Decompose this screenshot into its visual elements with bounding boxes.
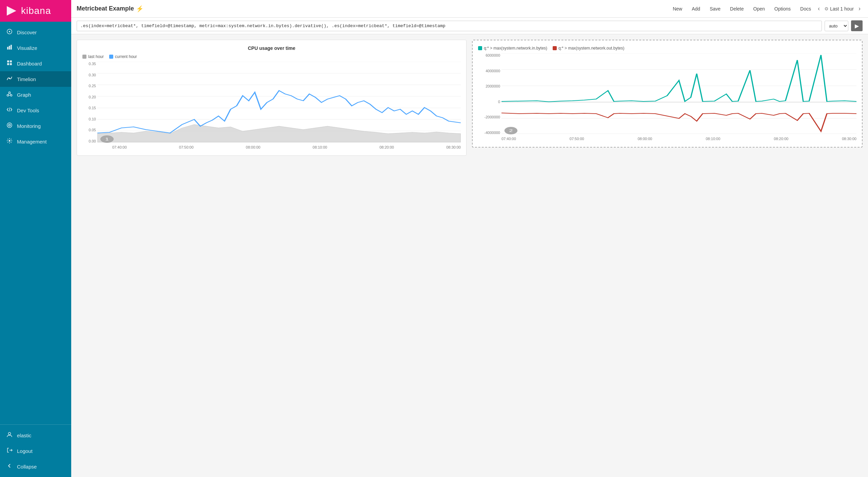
cpu-chart-title: CPU usage over time bbox=[82, 45, 461, 51]
legend-label-current-hour: current hour bbox=[115, 54, 137, 59]
svg-line-15 bbox=[8, 93, 9, 95]
sidebar-logo: kibana bbox=[0, 0, 71, 22]
legend-label-network-out: q:* > max(system.network.out.bytes) bbox=[558, 46, 624, 51]
sidebar-nav: Discover Visualize Dashboard Timelion Gr… bbox=[0, 22, 71, 424]
management-label: Management bbox=[17, 139, 47, 145]
svg-rect-9 bbox=[7, 63, 9, 65]
kibana-logo-text: kibana bbox=[21, 5, 51, 16]
network-y-axis: 6000000 4000000 2000000 0 -2000000 -4000… bbox=[478, 53, 500, 141]
user-label: elastic bbox=[17, 433, 32, 438]
monitoring-icon bbox=[6, 122, 13, 130]
network-chart-legend: q:* > max(system.network.in.bytes) q:* >… bbox=[478, 46, 856, 51]
prev-button[interactable]: ‹ bbox=[816, 2, 822, 15]
dashboard-label: Dashboard bbox=[17, 61, 42, 66]
main-area: Metricbeat Example ⚡ New Add Save Delete… bbox=[71, 0, 868, 477]
logout-icon bbox=[6, 447, 13, 455]
page-title: Metricbeat Example ⚡ bbox=[77, 5, 143, 13]
svg-rect-10 bbox=[10, 63, 12, 65]
open-button[interactable]: Open bbox=[749, 3, 770, 14]
svg-point-12 bbox=[9, 92, 11, 94]
dashboard-icon bbox=[6, 60, 13, 67]
sidebar-item-management[interactable]: Management bbox=[0, 134, 71, 149]
svg-point-23 bbox=[8, 433, 11, 435]
legend-dot-red bbox=[553, 46, 557, 50]
add-button[interactable]: Add bbox=[687, 3, 705, 14]
sidebar-item-user[interactable]: elastic bbox=[0, 427, 71, 443]
sidebar-item-discover[interactable]: Discover bbox=[0, 24, 71, 40]
query-input[interactable] bbox=[77, 21, 822, 31]
svg-line-16 bbox=[10, 93, 11, 95]
network-chart-area: 2 07:40:00 07:50:00 08:00:00 08:10:00 08… bbox=[501, 53, 856, 141]
svg-text:2: 2 bbox=[509, 129, 513, 133]
save-button[interactable]: Save bbox=[705, 3, 725, 14]
title-text: Metricbeat Example bbox=[77, 5, 134, 12]
sidebar-item-dashboard[interactable]: Dashboard bbox=[0, 56, 71, 71]
cpu-chart-panel: CPU usage over time last hour current ho… bbox=[77, 40, 467, 156]
cpu-y-axis: 0.35 0.30 0.25 0.20 0.15 0.10 0.05 0.00 bbox=[82, 62, 96, 150]
visualize-icon bbox=[6, 44, 13, 52]
cpu-chart-area: 1 07:40:00 07:50:00 08:00:00 08:10:00 08… bbox=[97, 62, 461, 150]
devtools-label: Dev Tools bbox=[17, 108, 39, 113]
bolt-icon: ⚡ bbox=[136, 5, 143, 13]
legend-last-hour: last hour bbox=[82, 54, 104, 59]
legend-label-last-hour: last hour bbox=[88, 54, 104, 59]
sidebar-item-logout[interactable]: Logout bbox=[0, 443, 71, 459]
visualize-label: Visualize bbox=[17, 45, 37, 51]
legend-dot-gray bbox=[82, 55, 86, 59]
graph-icon bbox=[6, 91, 13, 98]
legend-current-hour: current hour bbox=[109, 54, 137, 59]
collapse-label: Collapse bbox=[17, 464, 37, 470]
sidebar-item-graph[interactable]: Graph bbox=[0, 87, 71, 102]
cpu-chart-svg: 1 bbox=[97, 62, 461, 143]
run-button[interactable]: ▶ bbox=[851, 20, 863, 31]
interval-select[interactable]: auto bbox=[825, 21, 848, 31]
monitoring-label: Monitoring bbox=[17, 123, 41, 129]
timelion-label: Timelion bbox=[17, 76, 36, 82]
cpu-x-axis: 07:40:00 07:50:00 08:00:00 08:10:00 08:2… bbox=[97, 145, 461, 149]
sidebar-item-monitoring[interactable]: Monitoring bbox=[0, 118, 71, 134]
sidebar-item-collapse[interactable]: Collapse bbox=[0, 459, 71, 474]
svg-point-11 bbox=[9, 78, 10, 79]
svg-rect-4 bbox=[7, 47, 8, 50]
svg-point-21 bbox=[9, 125, 10, 126]
timelion-icon bbox=[6, 75, 13, 83]
network-x-axis: 07:40:00 07:50:00 08:00:00 08:10:00 08:2… bbox=[501, 137, 856, 141]
cpu-chart-legend: last hour current hour bbox=[82, 54, 461, 59]
sidebar-item-devtools[interactable]: Dev Tools bbox=[0, 102, 71, 118]
graph-label: Graph bbox=[17, 92, 31, 98]
topbar: Metricbeat Example ⚡ New Add Save Delete… bbox=[71, 0, 868, 18]
sidebar-bottom: elastic Logout Collapse bbox=[0, 424, 71, 477]
svg-rect-7 bbox=[7, 60, 9, 62]
sidebar-item-timelion[interactable]: Timelion bbox=[0, 71, 71, 87]
svg-text:1: 1 bbox=[105, 137, 109, 141]
clock-icon: ⊙ bbox=[825, 6, 828, 11]
svg-rect-5 bbox=[9, 46, 10, 50]
svg-point-13 bbox=[7, 95, 9, 96]
logout-label: Logout bbox=[17, 448, 33, 454]
svg-point-3 bbox=[9, 31, 10, 32]
options-button[interactable]: Options bbox=[770, 3, 795, 14]
new-button[interactable]: New bbox=[668, 3, 687, 14]
collapse-icon bbox=[6, 463, 13, 470]
sidebar-item-visualize[interactable]: Visualize bbox=[0, 40, 71, 56]
legend-network-out: q:* > max(system.network.out.bytes) bbox=[553, 46, 624, 51]
user-icon bbox=[6, 432, 13, 439]
legend-dot-blue bbox=[109, 55, 113, 59]
sidebar: kibana Discover Visualize Dashboard Time… bbox=[0, 0, 71, 477]
svg-rect-6 bbox=[11, 45, 12, 50]
delete-button[interactable]: Delete bbox=[725, 3, 748, 14]
legend-network-in: q:* > max(system.network.in.bytes) bbox=[478, 46, 547, 51]
devtools-icon bbox=[6, 107, 13, 114]
svg-point-22 bbox=[9, 140, 11, 142]
svg-line-18 bbox=[9, 108, 10, 112]
kibana-logo-icon bbox=[5, 5, 18, 17]
query-bar: auto ▶ bbox=[71, 18, 868, 34]
docs-button[interactable]: Docs bbox=[795, 3, 816, 14]
legend-label-network-in: q:* > max(system.network.in.bytes) bbox=[484, 46, 547, 51]
svg-rect-8 bbox=[10, 60, 12, 62]
svg-marker-33 bbox=[97, 125, 461, 142]
run-icon: ▶ bbox=[855, 23, 859, 29]
time-range: ⊙ Last 1 hour bbox=[822, 6, 856, 12]
network-chart-svg: 2 bbox=[501, 53, 856, 135]
next-button[interactable]: › bbox=[856, 2, 863, 15]
